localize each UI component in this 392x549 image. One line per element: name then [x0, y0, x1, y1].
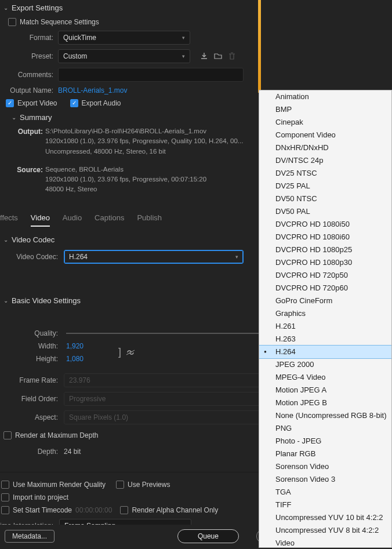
codec-option[interactable]: H.263	[259, 333, 391, 346]
aspect-label: Aspect:	[0, 413, 58, 421]
codec-option[interactable]: None (Uncompressed RGB 8-bit)	[259, 409, 391, 422]
depth-value: 24 bit	[64, 448, 81, 456]
codec-option[interactable]: DV25 PAL	[259, 180, 391, 192]
comments-label: Comments:	[0, 71, 53, 79]
codec-dropdown-menu[interactable]: AnimationBMPCinepakComponent VideoDNxHR/…	[259, 90, 392, 548]
tab-captions[interactable]: Captions	[95, 213, 124, 227]
use-previews-checkbox[interactable]	[116, 481, 124, 489]
codec-option[interactable]: GoPro CineForm	[259, 295, 391, 307]
output-name-label: Output Name:	[0, 86, 53, 94]
queue-button[interactable]: Queue	[177, 529, 239, 543]
chevron-down-icon: ⌄	[2, 5, 9, 11]
export-video-checkbox[interactable]	[6, 99, 14, 107]
codec-option[interactable]: Graphics	[259, 307, 391, 320]
codec-option[interactable]: Sorenson Video	[259, 460, 391, 473]
basic-video-section-title: Basic Video Settings	[12, 296, 81, 305]
codec-option[interactable]: Cinepak	[259, 116, 391, 129]
codec-option[interactable]: JPEG 2000	[259, 358, 391, 371]
codec-option[interactable]: DV50 PAL	[259, 205, 391, 218]
tab-publish[interactable]: Publish	[137, 213, 162, 227]
output-name-link[interactable]: BROLL-Aerials_1.mov	[58, 86, 127, 94]
depth-label: Depth:	[0, 448, 58, 456]
codec-option[interactable]: DVCPRO HD 1080i60	[259, 231, 391, 243]
export-settings-title: Export Settings	[12, 3, 63, 12]
codec-option[interactable]: DVCPRO HD 720p60	[259, 282, 391, 295]
preset-label: Preset:	[0, 52, 53, 60]
format-value: QuickTime	[63, 34, 96, 42]
summary-title: Summary	[20, 113, 52, 122]
codec-option[interactable]: Motion JPEG B	[259, 397, 391, 409]
render-alpha-checkbox[interactable]	[120, 506, 128, 514]
comments-input[interactable]	[58, 68, 244, 82]
format-label: Format:	[0, 34, 53, 42]
chevron-down-icon: ⌄	[2, 297, 9, 304]
codec-option[interactable]: DVCPRO HD 1080p30	[259, 256, 391, 269]
match-sequence-checkbox[interactable]	[8, 18, 16, 26]
codec-option[interactable]: TGA	[259, 486, 391, 499]
chevron-down-icon: ▾	[182, 35, 185, 41]
tab-video[interactable]: Video	[31, 213, 50, 227]
codec-option[interactable]: Photo - JPEG	[259, 435, 391, 448]
summary-source-label: Source:	[0, 165, 45, 195]
link-lock-icon[interactable]	[124, 346, 137, 359]
codec-option[interactable]: Uncompressed YUV 8 bit 4:2:2	[259, 524, 391, 537]
codec-option[interactable]: H.264	[259, 346, 391, 358]
frame-rate-value: 23.976	[69, 376, 90, 384]
codec-option[interactable]: DNxHR/DNxHD	[259, 141, 391, 154]
save-preset-icon[interactable]	[197, 49, 211, 63]
aspect-value: Square Pixels (1.0)	[69, 413, 128, 421]
codec-option[interactable]: BMP	[259, 103, 391, 116]
delete-preset-icon	[225, 49, 239, 63]
export-settings-header[interactable]: ⌄ Export Settings	[0, 0, 392, 16]
codec-option[interactable]: Uncompressed YUV 10 bit 4:2:2	[259, 511, 391, 524]
codec-option[interactable]: DV/NTSC 24p	[259, 154, 391, 167]
chevron-down-icon: ▾	[235, 254, 238, 260]
import-preset-icon[interactable]	[211, 49, 225, 63]
export-audio-checkbox[interactable]	[70, 99, 78, 107]
field-order-value: Progressive	[69, 395, 106, 403]
metadata-button[interactable]: Metadata...	[5, 530, 55, 543]
codec-option[interactable]: DV25 NTSC	[259, 167, 391, 180]
bracket-icon: ]	[118, 346, 121, 358]
codec-option[interactable]: Planar RGB	[259, 448, 391, 460]
height-value[interactable]: 1,080	[66, 355, 84, 363]
video-codec-label: Video Codec:	[0, 253, 58, 261]
codec-option[interactable]: H.261	[259, 320, 391, 333]
render-alpha-label: Render Alpha Channel Only	[132, 506, 218, 514]
frame-rate-label: Frame Rate:	[0, 376, 58, 384]
use-previews-label: Use Previews	[128, 481, 170, 489]
export-audio-label: Export Audio	[82, 99, 121, 107]
codec-option[interactable]: TIFF	[259, 499, 391, 511]
codec-option[interactable]: MPEG-4 Video	[259, 371, 391, 384]
tab-audio[interactable]: Audio	[63, 213, 82, 227]
format-select[interactable]: QuickTime ▾	[58, 31, 190, 45]
video-codec-value: H.264	[69, 253, 88, 261]
render-max-depth-checkbox[interactable]	[3, 431, 12, 439]
preset-select[interactable]: Custom ▾	[58, 49, 190, 63]
set-start-tc-checkbox[interactable]	[1, 506, 9, 514]
video-codec-select[interactable]: H.264 ▾	[64, 250, 244, 264]
field-order-label: Field Order:	[0, 395, 58, 403]
codec-option[interactable]: DVCPRO HD 1080i50	[259, 218, 391, 231]
divider-bar	[258, 0, 261, 93]
codec-option[interactable]: Sorenson Video 3	[259, 473, 391, 486]
summary-output-value: S:\PhotoLibrary\HD-B-roll\H264\BROLL-Aer…	[45, 126, 243, 157]
codec-option[interactable]: DV50 NTSC	[259, 192, 391, 205]
codec-option[interactable]: Animation	[259, 90, 391, 103]
codec-option[interactable]: DVCPRO HD 720p50	[259, 269, 391, 282]
codec-option[interactable]: PNG	[259, 422, 391, 435]
tab-effects[interactable]: ffects	[0, 213, 18, 227]
codec-option[interactable]: DVCPRO HD 1080p25	[259, 243, 391, 256]
chevron-down-icon: ⌄	[10, 114, 17, 121]
codec-option[interactable]: Motion JPEG A	[259, 384, 391, 397]
use-max-render-checkbox[interactable]	[1, 481, 9, 489]
width-value[interactable]: 1,920	[66, 342, 84, 350]
set-start-tc-label: Set Start Timecode	[13, 506, 72, 514]
summary-source-value: Sequence, BROLL-Aerials 1920x1080 (1.0),…	[45, 165, 206, 195]
quality-label: Quality:	[0, 329, 58, 337]
import-project-checkbox[interactable]	[1, 493, 9, 501]
codec-option[interactable]: Component Video	[259, 129, 391, 141]
chevron-down-icon: ⌄	[2, 237, 9, 243]
preset-value: Custom	[63, 52, 87, 60]
codec-option[interactable]: Video	[259, 537, 391, 548]
